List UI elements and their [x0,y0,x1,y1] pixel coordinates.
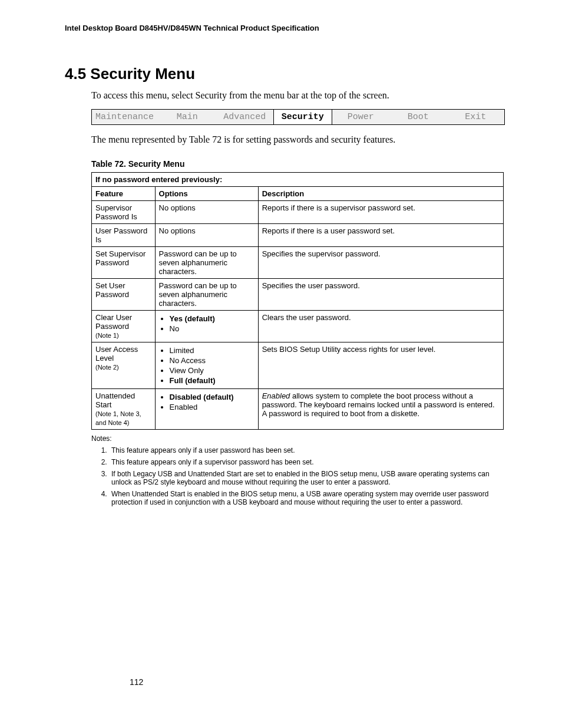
table-row: Set Supervisor PasswordPassword can be u… [92,247,504,279]
table-row: Unattended Start(Note 1, Note 3, and Not… [92,389,504,430]
table-row: User Password IsNo optionsReports if the… [92,224,504,247]
option-item: No [170,324,254,333]
cell-options: No options [155,201,258,224]
cell-feature: Unattended Start(Note 1, Note 3, and Not… [92,389,156,430]
cell-options: LimitedNo AccessView OnlyFull (default) [155,342,258,389]
cell-description: Reports if there is a user password set. [258,224,503,247]
table-title: Table 72. Security Menu [91,159,515,169]
col-options: Options [155,187,258,201]
running-header: Intel Desktop Board D845HV/D845WN Techni… [65,24,515,32]
note-item: If both Legacy USB and Unattended Start … [109,470,504,486]
cell-options: Password can be up to seven alphanumeric… [155,247,258,279]
cell-description: Sets BIOS Setup Utility access rights fo… [258,342,503,389]
col-description: Description [258,187,503,201]
menubar-item-main: Main [158,110,216,124]
cell-description: Specifies the user password. [258,279,503,311]
menubar-item-advanced: Advanced [216,110,274,124]
cell-feature: Clear User Password(Note 1) [92,311,156,342]
cell-options: Password can be up to seven alphanumeric… [155,279,258,311]
menubar-item-maintenance: Maintenance [92,110,158,124]
menubar-item-exit: Exit [447,110,505,124]
col-feature: Feature [92,187,156,201]
note-item: This feature appears only if a superviso… [109,458,504,466]
cell-options: Disabled (default)Enabled [155,389,258,430]
option-item: Yes (default) [170,314,254,323]
table-row: Clear User Password(Note 1)Yes (default)… [92,311,504,342]
table-row: Supervisor Password IsNo optionsReports … [92,201,504,224]
table-banner: If no password entered previously: [92,173,504,187]
cell-feature: User Access Level(Note 2) [92,342,156,389]
option-item: Disabled (default) [170,393,254,401]
bios-menubar: MaintenanceMainAdvancedSecurityPowerBoot… [91,109,505,125]
cell-options: Yes (default)No [155,311,258,342]
option-item: Limited [170,346,254,355]
option-item: Full (default) [170,376,254,385]
table-row: Set User PasswordPassword can be up to s… [92,279,504,311]
table-caption: The menu represented by Table 72 is for … [91,134,515,145]
option-item: View Only [170,366,254,375]
cell-description: Clears the user password. [258,311,503,342]
notes-block: Notes: This feature appears only if a us… [91,434,504,506]
cell-description: Specifies the supervisor password. [258,247,503,279]
menubar-item-boot: Boot [389,110,447,124]
cell-feature: User Password Is [92,224,156,247]
cell-feature: Set User Password [92,279,156,311]
option-item: No Access [170,356,254,365]
cell-feature: Set Supervisor Password [92,247,156,279]
menubar-item-security: Security [273,110,332,124]
note-item: When Unattended Start is enabled in the … [109,490,504,506]
notes-label: Notes: [91,434,504,443]
section-heading: 4.5 Security Menu [65,65,515,83]
cell-description: Reports if there is a supervisor passwor… [258,201,503,224]
security-menu-table: If no password entered previously: Featu… [91,172,504,430]
note-item: This feature appears only if a user pass… [109,446,504,454]
page-number: 112 [130,677,143,687]
option-item: Enabled [170,403,254,411]
table-row: User Access Level(Note 2)LimitedNo Acces… [92,342,504,389]
cell-feature: Supervisor Password Is [92,201,156,224]
cell-options: No options [155,224,258,247]
cell-description: Enabled allows system to complete the bo… [258,389,503,430]
intro-text: To access this menu, select Security fro… [91,90,515,101]
menubar-item-power: Power [332,110,390,124]
